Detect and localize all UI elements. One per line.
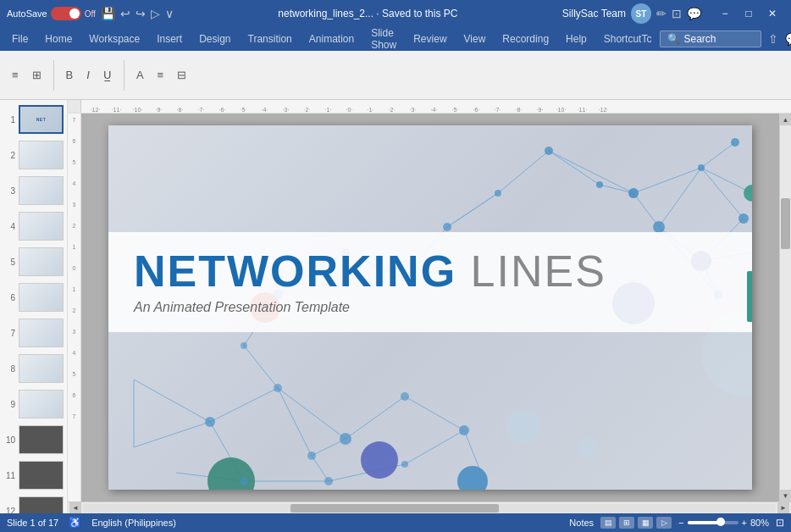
scroll-right[interactable]: ▲ ▼ [779, 114, 791, 502]
share-btn-icon[interactable]: ⇧ [768, 32, 778, 46]
comments-icon[interactable]: 💬 [785, 32, 791, 46]
tab-review[interactable]: Review [405, 27, 455, 51]
tab-help[interactable]: Help [557, 27, 595, 51]
svg-line-16 [447, 193, 498, 227]
svg-line-17 [134, 380, 210, 422]
scroll-track-right[interactable] [780, 125, 791, 490]
redo-icon[interactable]: ↪ [136, 7, 146, 20]
tab-insert[interactable]: Insert [148, 27, 191, 51]
zoom-plus[interactable]: + [742, 518, 747, 528]
toolbar-btn-3[interactable]: B [61, 66, 79, 84]
tab-transition[interactable]: Transition [240, 27, 301, 51]
scroll-track-bottom[interactable] [83, 504, 776, 513]
slide-sorter-icon[interactable]: ⊞ [619, 517, 634, 529]
slide-thumb-7[interactable]: 7 [2, 317, 65, 349]
toolbar-btn-7[interactable]: ≡ [152, 66, 169, 84]
tab-shortcut[interactable]: ShortcutTc [595, 27, 661, 51]
slide-thumb-12[interactable]: 12 [2, 495, 65, 513]
fit-icon[interactable]: ⊡ [776, 517, 784, 529]
toolbar-btn-8[interactable]: ⊟ [172, 66, 191, 84]
slide-preview-7[interactable] [19, 319, 64, 347]
slide-thumb-9[interactable]: 9 [2, 388, 65, 420]
slide-preview-9[interactable] [19, 390, 64, 418]
slide-thumb-5[interactable]: 5 [2, 246, 65, 278]
ribbon: File Home Workspace Insert Design Transi… [0, 27, 791, 51]
scroll-up-arrow[interactable]: ▲ [780, 114, 792, 125]
tab-design[interactable]: Design [191, 27, 239, 51]
slide-preview-8[interactable] [19, 354, 64, 383]
undo-icon[interactable]: ↩ [120, 7, 130, 20]
slide-canvas[interactable]: NETWORKING LINES An Animated Presentatio… [81, 114, 779, 502]
user-initials: ST [636, 9, 647, 19]
slide-thumb-8[interactable]: 8 [2, 352, 65, 385]
zoom-minus[interactable]: − [678, 518, 683, 528]
slide-preview-1[interactable]: NET [19, 105, 64, 134]
slide-thumb-6[interactable]: 6 [2, 281, 65, 313]
scroll-right-arrow[interactable]: ► [777, 502, 789, 514]
toolbar-icons: 💾 ↩ ↪ ▷ ∨ [101, 7, 174, 20]
search-box[interactable]: 🔍 Search [660, 30, 761, 47]
slide-preview-12[interactable] [19, 496, 64, 513]
slide-thumb-10[interactable]: 10 [2, 424, 65, 456]
slide-thumb-3[interactable]: 3 [2, 175, 65, 207]
present-icon[interactable]: ▷ [151, 7, 160, 20]
slide-preview-3[interactable] [19, 176, 64, 205]
slides-panel[interactable]: 1 NET 2 3 4 5 6 7 [0, 100, 68, 513]
slide-main[interactable]: NETWORKING LINES An Animated Presentatio… [108, 125, 752, 490]
close-button[interactable]: ✕ [761, 2, 784, 25]
slide-num-2: 2 [3, 151, 15, 160]
toolbar-btn-5[interactable]: U̲ [98, 66, 117, 84]
slide-preview-4[interactable] [19, 212, 64, 241]
svg-line-1 [633, 168, 701, 193]
scroll-thumb-right[interactable] [781, 198, 790, 249]
slide-preview-11[interactable] [19, 461, 64, 490]
normal-view-icon[interactable]: ▤ [600, 517, 616, 529]
tab-slideshow[interactable]: Slide Show [362, 27, 405, 51]
share-icon[interactable]: ⊡ [672, 7, 682, 20]
toolbar-btn-2[interactable]: ⊞ [27, 66, 47, 84]
tab-animation[interactable]: Animation [301, 27, 362, 51]
toolbar-btn-1[interactable]: ≡ [7, 66, 24, 84]
slide-thumb-2[interactable]: 2 [2, 139, 65, 171]
toolbar-btn-4[interactable]: I [81, 66, 95, 84]
slideshow-icon[interactable]: ▷ [656, 517, 672, 529]
slide-thumb-1[interactable]: 1 NET [2, 103, 65, 136]
pen-icon[interactable]: ✏ [656, 7, 667, 20]
tab-view[interactable]: View [456, 27, 495, 51]
slide-text-box[interactable]: NETWORKING LINES An Animated Presentatio… [108, 232, 752, 332]
scroll-bottom[interactable]: ◄ ► [68, 502, 791, 513]
ruler-h-mark: ·0· [339, 107, 360, 113]
autosave-state: Off [85, 9, 96, 19]
zoom-bar[interactable] [688, 521, 738, 524]
slide-preview-5[interactable] [19, 247, 64, 276]
save-icon[interactable]: 💾 [101, 7, 115, 20]
search-area: 🔍 Search ⇧ 💬 [660, 30, 791, 47]
slide-preview-2[interactable] [19, 141, 64, 169]
zoom-slider[interactable]: − + 80% [678, 518, 769, 528]
toolbar-btn-6[interactable]: A [131, 66, 149, 84]
accessibility-icon[interactable]: ♿ [69, 517, 81, 529]
tab-recording[interactable]: Recording [494, 27, 557, 51]
tab-home[interactable]: Home [36, 27, 80, 51]
minimize-button[interactable]: − [713, 2, 737, 25]
ruler-v-mark: 4 [68, 350, 80, 371]
notes-button[interactable]: Notes [569, 518, 594, 528]
scroll-left-arrow[interactable]: ◄ [69, 502, 81, 514]
slide-thumb-11[interactable]: 11 [2, 459, 65, 491]
comment-icon[interactable]: 💬 [687, 7, 701, 20]
slide-preview-6[interactable] [19, 283, 64, 312]
maximize-button[interactable]: □ [737, 2, 761, 25]
ruler-v-mark: 6 [68, 392, 80, 413]
user-avatar[interactable]: ST [631, 3, 651, 24]
more-icon[interactable]: ∨ [165, 7, 174, 20]
zoom-handle[interactable] [716, 518, 725, 526]
slide-preview-10[interactable] [19, 425, 64, 454]
svg-point-56 [207, 457, 255, 490]
scroll-thumb-bottom[interactable] [290, 504, 498, 513]
scroll-down-arrow[interactable]: ▼ [780, 490, 792, 502]
slide-thumb-4[interactable]: 4 [2, 210, 65, 242]
autosave-toggle[interactable] [51, 7, 81, 20]
reading-view-icon[interactable]: ▦ [638, 517, 653, 529]
tab-workspace[interactable]: Workspace [80, 27, 148, 51]
tab-file[interactable]: File [3, 27, 36, 51]
